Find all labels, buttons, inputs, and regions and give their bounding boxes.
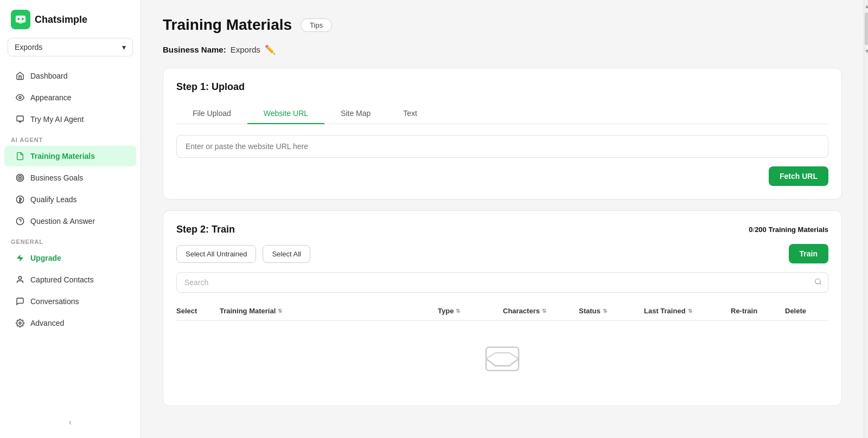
page-header: Training Materials Tips — [163, 16, 842, 34]
sidebar-item-business-goals[interactable]: Business Goals — [4, 168, 136, 188]
empty-inbox-icon — [483, 343, 521, 375]
sidebar-item-label: Captured Contacts — [30, 275, 94, 284]
logo-icon — [11, 10, 30, 29]
fetch-url-button[interactable]: Fetch URL — [769, 166, 828, 186]
sidebar-item-label: Question & Answer — [30, 217, 95, 226]
sidebar: Chatsimple Expords ▾ Dashboard Appearanc… — [0, 0, 141, 438]
sidebar-item-label: Appearance — [30, 93, 72, 102]
business-name-label: Business Name: — [163, 45, 226, 54]
scrollbar-down[interactable]: ▼ — [864, 47, 868, 55]
sidebar-item-label: Advanced — [30, 319, 64, 327]
logo: Chatsimple — [0, 0, 141, 38]
search-icon — [814, 278, 822, 287]
sidebar-item-advanced[interactable]: Advanced — [4, 313, 136, 333]
scrollbar-track: ▲ ▼ — [864, 0, 868, 438]
collapse-icon: ‹ — [69, 417, 72, 427]
step1-title: Step 1: Upload — [176, 81, 828, 93]
count-max: 200 — [755, 226, 767, 234]
svg-rect-15 — [486, 347, 519, 371]
sort-icon: ⇅ — [278, 308, 282, 314]
svg-point-1 — [18, 18, 20, 20]
step2-actions: Select All Untrained Select All Train — [176, 244, 828, 263]
table-header: Select Training Material ⇅ Type ⇅ Charac… — [176, 301, 828, 321]
sidebar-item-qualify-leads[interactable]: Qualify Leads — [4, 189, 136, 210]
tab-file-upload[interactable]: File Upload — [176, 104, 247, 124]
chat-icon — [15, 114, 25, 124]
help-icon — [15, 216, 25, 226]
sidebar-item-appearance[interactable]: Appearance — [4, 87, 136, 108]
sidebar-item-label: Upgrade — [30, 254, 61, 262]
sidebar-item-dashboard[interactable]: Dashboard — [4, 66, 136, 86]
main-content: Training Materials Tips Business Name: E… — [141, 0, 864, 438]
tab-site-map[interactable]: Site Map — [324, 104, 387, 124]
col-last-trained[interactable]: Last Trained ⇅ — [644, 307, 731, 315]
col-select: Select — [176, 307, 220, 315]
tips-button[interactable]: Tips — [301, 18, 332, 32]
col-training-material[interactable]: Training Material ⇅ — [220, 307, 438, 315]
step2-title: Step 2: Train — [176, 224, 235, 235]
svg-rect-0 — [16, 16, 25, 23]
svg-line-14 — [820, 283, 821, 285]
edit-business-name-icon[interactable]: ✏️ — [265, 44, 276, 55]
scrollbar-thumb[interactable] — [865, 12, 868, 45]
tab-website-url[interactable]: Website URL — [247, 104, 324, 124]
page-title: Training Materials — [163, 16, 292, 34]
svg-point-2 — [22, 18, 24, 20]
svg-point-3 — [19, 96, 21, 99]
col-type[interactable]: Type ⇅ — [438, 307, 503, 315]
target-icon — [15, 173, 25, 183]
chevron-down-icon: ▾ — [122, 43, 126, 51]
workspace-name: Expords — [15, 43, 42, 51]
svg-point-11 — [18, 276, 21, 279]
upload-tabs: File Upload Website URL Site Map Text — [176, 104, 828, 124]
eye-icon — [15, 93, 25, 102]
app-name: Chatsimple — [35, 14, 87, 25]
search-input[interactable] — [176, 272, 828, 293]
svg-point-13 — [815, 279, 820, 284]
select-all-button[interactable]: Select All — [263, 245, 310, 263]
sort-icon: ⇅ — [456, 308, 460, 314]
col-characters[interactable]: Characters ⇅ — [503, 307, 579, 315]
sidebar-item-label: Try My AI Agent — [30, 115, 84, 124]
count-current: 0 — [749, 226, 752, 234]
sort-icon: ⇅ — [542, 308, 546, 314]
sidebar-item-label: Conversations — [30, 297, 79, 306]
workspace-selector[interactable]: Expords ▾ — [8, 38, 133, 56]
sidebar-collapse-button[interactable]: ‹ — [0, 417, 141, 427]
url-input[interactable] — [176, 135, 828, 158]
sidebar-item-label: Training Materials — [30, 152, 95, 160]
business-name-row: Business Name: Expords ✏️ — [163, 44, 842, 55]
train-button[interactable]: Train — [789, 244, 828, 263]
select-all-untrained-button[interactable]: Select All Untrained — [176, 245, 256, 263]
general-section-label: GENERAL — [0, 232, 141, 247]
svg-point-6 — [18, 176, 22, 180]
svg-rect-4 — [17, 116, 23, 121]
scrollbar-up[interactable]: ▲ — [864, 2, 868, 10]
step2-card: Step 2: Train 0/200 Training Materials S… — [163, 210, 842, 406]
dollar-icon — [15, 195, 25, 204]
training-count: 0/200 Training Materials — [749, 226, 828, 234]
gear-icon — [15, 318, 25, 328]
col-delete: Delete — [785, 307, 828, 315]
sidebar-item-training-materials[interactable]: Training Materials — [4, 146, 136, 166]
tab-text[interactable]: Text — [387, 104, 433, 124]
col-status[interactable]: Status ⇅ — [579, 307, 644, 315]
ai-agent-section-label: AI Agent — [0, 130, 141, 145]
sidebar-item-try-ai-agent[interactable]: Try My AI Agent — [4, 109, 136, 130]
file-icon — [15, 151, 25, 161]
sidebar-item-conversations[interactable]: Conversations — [4, 291, 136, 312]
step1-card: Step 1: Upload File Upload Website URL S… — [163, 68, 842, 199]
step2-header: Step 2: Train 0/200 Training Materials — [176, 224, 828, 235]
search-box — [176, 272, 828, 293]
sidebar-item-captured-contacts[interactable]: Captured Contacts — [4, 269, 136, 290]
col-re-train: Re-train — [731, 307, 785, 315]
sidebar-item-upgrade[interactable]: Upgrade — [4, 248, 136, 268]
fetch-url-button-wrapper: Fetch URL — [176, 166, 828, 186]
sidebar-item-label: Business Goals — [30, 173, 83, 182]
svg-point-7 — [20, 177, 21, 179]
sidebar-item-question-answer[interactable]: Question & Answer — [4, 211, 136, 231]
count-label: Training Materials — [768, 226, 828, 234]
home-icon — [15, 71, 25, 81]
sidebar-item-label: Qualify Leads — [30, 195, 77, 204]
message-icon — [15, 297, 25, 306]
